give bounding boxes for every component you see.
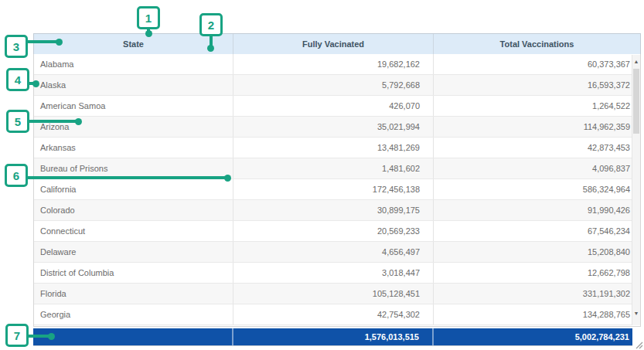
list-table-screen: State Fully Vacinated Total Vaccinations… bbox=[0, 0, 644, 350]
totals-state-cell bbox=[33, 328, 232, 345]
vertical-scrollbar[interactable]: ▲ ▼ bbox=[632, 55, 640, 325]
table-row[interactable]: American Samoa 426,070 1,264,522 bbox=[34, 96, 640, 117]
column-header-state[interactable]: State bbox=[34, 34, 233, 54]
annotation-3-box: 3 bbox=[5, 35, 28, 58]
annotation-7-box: 7 bbox=[5, 324, 29, 347]
state-cell: Alabama bbox=[34, 54, 233, 74]
annotation-1-dot bbox=[145, 30, 152, 37]
column-header-total-vaccinations[interactable]: Total Vaccinations bbox=[433, 34, 640, 54]
state-cell: Delaware bbox=[34, 242, 233, 262]
totals-row: 1,576,013,515 5,002,784,231 bbox=[33, 328, 632, 346]
state-cell: Florida bbox=[34, 284, 233, 304]
table-row[interactable]: Arizona 35,021,994 114,962,359 bbox=[34, 117, 640, 138]
fully-cell: 30,899,175 bbox=[233, 200, 433, 220]
total-cell: 60,373,367 bbox=[433, 54, 640, 74]
fully-cell: 35,021,994 bbox=[233, 117, 433, 137]
state-cell: California bbox=[34, 179, 233, 199]
annotation-7-dot bbox=[48, 333, 55, 340]
state-cell: Alaska bbox=[34, 75, 233, 95]
column-header-fully-vaccinated[interactable]: Fully Vacinated bbox=[233, 34, 433, 54]
annotation-6-box: 6 bbox=[5, 164, 28, 187]
total-cell: 67,546,234 bbox=[433, 221, 640, 241]
table-row[interactable]: Alaska 5,792,668 16,593,372 bbox=[34, 75, 640, 96]
total-cell: 4,096,837 bbox=[433, 158, 640, 178]
fully-cell: 172,456,138 bbox=[233, 179, 433, 199]
annotation-3-line bbox=[26, 40, 59, 43]
table-row[interactable]: Georgia 42,754,302 134,288,765 bbox=[34, 304, 640, 325]
totals-fully-cell: 1,576,013,515 bbox=[232, 328, 432, 345]
fully-cell: 1,481,602 bbox=[233, 158, 433, 178]
fully-cell: 5,792,668 bbox=[233, 75, 433, 95]
annotation-6-dot bbox=[224, 175, 231, 182]
totals-total-cell: 5,002,784,231 bbox=[432, 328, 632, 345]
scrollbar-thumb[interactable] bbox=[633, 69, 639, 134]
fully-cell: 19,682,162 bbox=[233, 54, 433, 74]
fully-cell: 426,070 bbox=[233, 96, 433, 116]
table-row[interactable]: Florida 105,128,451 331,191,302 bbox=[34, 284, 640, 304]
table-header-row: State Fully Vacinated Total Vaccinations bbox=[33, 33, 641, 55]
annotation-5-box: 5 bbox=[6, 110, 29, 133]
annotation-5-line bbox=[28, 120, 77, 123]
annotation-4-box: 4 bbox=[6, 68, 29, 91]
total-cell: 1,264,522 bbox=[433, 96, 640, 116]
total-cell: 586,324,964 bbox=[433, 179, 640, 199]
fully-cell: 20,569,233 bbox=[233, 221, 433, 241]
state-cell: Connecticut bbox=[34, 221, 233, 241]
table-row[interactable]: Arkansas 13,481,269 42,873,453 bbox=[34, 138, 640, 158]
table-row[interactable]: Colorado 30,899,175 91,990,426 bbox=[34, 200, 640, 221]
table-row[interactable]: Alabama 19,682,162 60,373,367 bbox=[34, 54, 640, 75]
state-cell: Arkansas bbox=[34, 138, 233, 158]
fully-cell: 42,754,302 bbox=[233, 304, 433, 325]
total-cell: 134,288,765 bbox=[433, 304, 640, 325]
resize-grip-icon[interactable] bbox=[635, 338, 643, 347]
state-cell: District of Columbia bbox=[34, 263, 233, 283]
total-cell: 16,593,372 bbox=[433, 75, 640, 95]
table-row[interactable]: Delaware 4,656,497 15,208,840 bbox=[34, 242, 640, 263]
table-row[interactable]: Connecticut 20,569,233 67,546,234 bbox=[34, 221, 640, 242]
fully-cell: 3,018,447 bbox=[233, 263, 433, 283]
fully-cell: 4,656,497 bbox=[233, 242, 433, 262]
total-cell: 42,873,453 bbox=[433, 138, 640, 158]
table-body: Alabama 19,682,162 60,373,367 Alaska 5,7… bbox=[33, 54, 641, 327]
annotation-1-box: 1 bbox=[137, 6, 160, 29]
annotation-5-dot bbox=[75, 118, 82, 125]
annotation-2-dot bbox=[207, 45, 214, 52]
annotation-6-line bbox=[26, 176, 227, 179]
table-row[interactable]: California 172,456,138 586,324,964 bbox=[34, 179, 640, 200]
annotation-3-dot bbox=[56, 39, 63, 46]
state-cell: American Samoa bbox=[34, 96, 233, 116]
annotation-2-box: 2 bbox=[199, 13, 223, 36]
state-cell: Georgia bbox=[34, 304, 233, 325]
total-cell: 91,990,426 bbox=[433, 200, 640, 220]
total-cell: 15,208,840 bbox=[433, 242, 640, 262]
fully-cell: 105,128,451 bbox=[233, 284, 433, 304]
annotation-4-dot bbox=[32, 80, 39, 87]
scroll-down-icon[interactable]: ▼ bbox=[632, 310, 640, 318]
state-cell: Colorado bbox=[34, 200, 233, 220]
annotation-7-line bbox=[27, 335, 50, 338]
table-row[interactable]: District of Columbia 3,018,447 12,662,79… bbox=[34, 263, 640, 284]
fully-cell: 13,481,269 bbox=[233, 138, 433, 158]
scroll-up-icon[interactable]: ▲ bbox=[632, 58, 640, 66]
total-cell: 12,662,798 bbox=[433, 263, 640, 283]
total-cell: 331,191,302 bbox=[433, 284, 640, 304]
total-cell: 114,962,359 bbox=[433, 117, 640, 137]
